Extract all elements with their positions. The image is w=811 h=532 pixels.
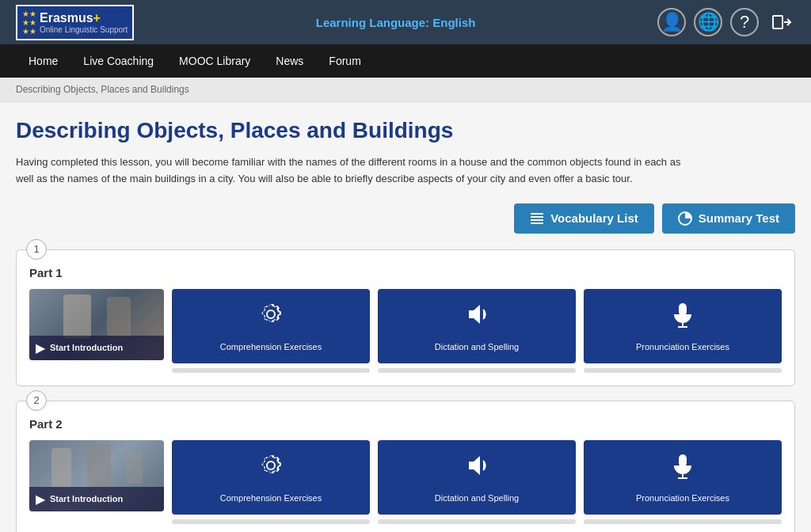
top-header: ★★★★★★ Erasmus+ Online Linguistic Suppor… bbox=[0, 0, 811, 44]
action-buttons: Vocabulary List Summary Test bbox=[16, 203, 795, 234]
mic-svg-2 bbox=[668, 451, 697, 480]
breadcrumb: Describing Objects, Places and Buildings bbox=[0, 78, 811, 102]
part-1-intro-label: Start Introduction bbox=[50, 343, 123, 352]
part-2-exercise-cards: Comprehension Exercises Dictation and Sp… bbox=[172, 440, 782, 515]
progress-bar-comprehension-2 bbox=[172, 519, 370, 524]
play-icon: ▶ bbox=[36, 340, 45, 355]
part-1-section: 1 Part 1 ▶ Start Introduction bbox=[16, 249, 795, 386]
speaker-svg bbox=[463, 300, 491, 329]
part-2-row: ▶ Start Introduction Compr bbox=[29, 440, 782, 524]
chart-icon bbox=[678, 211, 692, 226]
vocabulary-list-button[interactable]: Vocabulary List bbox=[514, 203, 654, 234]
part-2-section: 2 Part 2 ▶ Start Introduction bbox=[16, 401, 795, 532]
comprehension-exercises-1[interactable]: Comprehension Exercises bbox=[172, 289, 370, 363]
progress-bar-comprehension-1 bbox=[172, 368, 370, 373]
help-icon[interactable]: ? bbox=[730, 8, 759, 36]
main-content: Describing Objects, Places and Buildings… bbox=[0, 102, 811, 532]
gear-svg bbox=[257, 300, 285, 329]
part-2-video-overlay: ▶ Start Introduction bbox=[29, 487, 164, 511]
nav-live-coaching[interactable]: Live Coaching bbox=[70, 47, 166, 75]
progress-bar-pronunciation-2 bbox=[584, 519, 782, 524]
nav-news[interactable]: News bbox=[263, 47, 316, 75]
erasmus-logo: ★★★★★★ Erasmus+ Online Linguistic Suppor… bbox=[16, 5, 134, 40]
speaker-svg-2 bbox=[463, 451, 491, 480]
comprehension-1-label: Comprehension Exercises bbox=[220, 341, 322, 352]
progress-bar-dictation-2 bbox=[378, 519, 576, 524]
pronunciation-exercises-2[interactable]: Pronunciation Exercises bbox=[584, 440, 782, 515]
svg-rect-4 bbox=[531, 219, 543, 221]
part-1-exercise-cards: Comprehension Exercises Dictation and Sp… bbox=[172, 289, 782, 363]
part-1-progress-bars bbox=[172, 368, 782, 373]
nav-bar: Home Live Coaching MOOC Library News For… bbox=[0, 44, 811, 78]
pronunciation-2-label: Pronunciation Exercises bbox=[636, 492, 729, 504]
gear-svg-2 bbox=[257, 451, 285, 480]
gear-icon bbox=[257, 300, 285, 335]
part-1-video-thumb[interactable]: ▶ Start Introduction bbox=[29, 289, 164, 360]
mic-svg bbox=[668, 300, 697, 329]
dictation-2-label: Dictation and Spelling bbox=[435, 492, 519, 504]
exit-icon[interactable] bbox=[767, 8, 795, 36]
play-icon-2: ▶ bbox=[36, 492, 45, 507]
gear-icon-2 bbox=[257, 451, 285, 486]
exit-svg-icon bbox=[770, 11, 792, 33]
page-title: Describing Objects, Places and Buildings bbox=[16, 118, 795, 143]
part-1-video-overlay: ▶ Start Introduction bbox=[29, 336, 164, 360]
comprehension-exercises-2[interactable]: Comprehension Exercises bbox=[172, 440, 370, 515]
speaker-icon bbox=[463, 300, 491, 335]
part-2-intro-label: Start Introduction bbox=[50, 494, 123, 504]
svg-rect-0 bbox=[773, 16, 782, 28]
mic-icon bbox=[668, 300, 697, 335]
part-1-label: Part 1 bbox=[29, 266, 782, 279]
progress-bar-dictation-1 bbox=[378, 368, 576, 373]
svg-rect-8 bbox=[679, 303, 687, 316]
speaker-icon-2 bbox=[463, 451, 491, 486]
svg-rect-5 bbox=[531, 222, 543, 224]
part-2-video-thumb[interactable]: ▶ Start Introduction bbox=[29, 440, 164, 511]
page-description: Having completed this lesson, you will b… bbox=[16, 154, 697, 188]
nav-home[interactable]: Home bbox=[16, 47, 70, 75]
mic-icon-2 bbox=[668, 451, 697, 486]
nav-mooc-library[interactable]: MOOC Library bbox=[166, 47, 263, 75]
svg-marker-11 bbox=[469, 456, 480, 475]
learning-language-label: Learning Language: English bbox=[316, 16, 476, 29]
part-2-exercises: Comprehension Exercises Dictation and Sp… bbox=[172, 440, 782, 524]
nav-forum[interactable]: Forum bbox=[316, 47, 373, 75]
header-icon-group: 👤 🌐 ? bbox=[657, 8, 795, 36]
dictation-spelling-2[interactable]: Dictation and Spelling bbox=[378, 440, 576, 515]
part-1-row: ▶ Start Introduction Compr bbox=[29, 289, 782, 373]
eu-stars-icon: ★★★★★★ bbox=[22, 10, 36, 36]
pronunciation-1-label: Pronunciation Exercises bbox=[636, 341, 729, 352]
svg-marker-7 bbox=[469, 305, 480, 324]
progress-bar-pronunciation-1 bbox=[584, 368, 782, 373]
summary-test-button[interactable]: Summary Test bbox=[662, 203, 795, 234]
list-icon bbox=[530, 211, 544, 226]
part-2-label: Part 2 bbox=[29, 417, 782, 431]
dictation-1-label: Dictation and Spelling bbox=[435, 341, 519, 352]
erasmus-name: Erasmus+ bbox=[40, 11, 101, 25]
svg-rect-3 bbox=[531, 216, 543, 218]
svg-rect-12 bbox=[679, 454, 687, 467]
part-2-progress-bars bbox=[172, 519, 782, 524]
pronunciation-exercises-1[interactable]: Pronunciation Exercises bbox=[584, 289, 782, 363]
part-1-number: 1 bbox=[26, 239, 47, 260]
dictation-spelling-1[interactable]: Dictation and Spelling bbox=[378, 289, 576, 363]
comprehension-2-label: Comprehension Exercises bbox=[220, 492, 322, 504]
logo-area: ★★★★★★ Erasmus+ Online Linguistic Suppor… bbox=[16, 5, 134, 40]
globe-icon[interactable]: 🌐 bbox=[694, 8, 722, 36]
part-1-exercises: Comprehension Exercises Dictation and Sp… bbox=[172, 289, 782, 373]
part-2-number: 2 bbox=[26, 390, 47, 411]
svg-rect-2 bbox=[531, 213, 543, 215]
user-icon[interactable]: 👤 bbox=[657, 8, 686, 36]
ons-label: Online Linguistic Support bbox=[40, 25, 128, 34]
